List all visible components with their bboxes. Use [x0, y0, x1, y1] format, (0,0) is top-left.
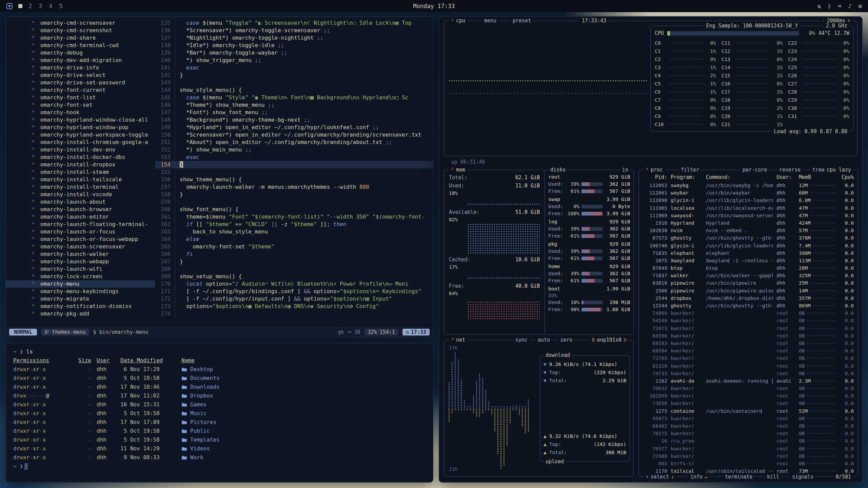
process-row[interactable]: 72073kworker/root0B0.0: [639, 325, 858, 332]
sidebar-item[interactable]: *omarchy-debug: [6, 49, 155, 57]
process-row[interactable]: 74869kworker/root0B0.0: [639, 309, 858, 317]
code-line[interactable]: 146 *Theme*) show_theme_menu ;;: [155, 101, 433, 109]
sidebar-item[interactable]: *omarchy-launch-wifi: [6, 265, 155, 273]
code-line[interactable]: 135 case $(menu "Toggle" "◐ Screensaver\…: [155, 19, 433, 27]
process-row[interactable]: 81310kworker/root0B0.0: [639, 362, 858, 370]
sidebar-item[interactable]: *omarchy-install-tailscale: [6, 176, 155, 183]
process-row[interactable]: 2075XwaylandXwayland :1 -rootless -dhh11…: [639, 257, 858, 264]
sidebar-item[interactable]: *omarchy-hyprland-workspace-toggle: [6, 131, 155, 139]
net-auto-button[interactable]: auto: [536, 337, 552, 343]
process-row[interactable]: 1275containe/usr/bin/containerdroot52M0.…: [639, 407, 858, 415]
sidebar-item[interactable]: *omarchy-font-list: [6, 94, 155, 101]
code-line[interactable]: 155: [155, 168, 433, 176]
process-row[interactable]: 87573ghostty/usr/bin/ghostty --gtk-dhh37…: [639, 234, 858, 242]
workspace-2[interactable]: 2: [28, 3, 33, 9]
select-control[interactable]: ↑select↓: [644, 473, 676, 480]
sidebar-item[interactable]: *omarchy-lock-screen: [6, 273, 155, 280]
sidebar-item[interactable]: *omarchy-hyprland-window-pop: [6, 124, 155, 131]
cpu-box-title[interactable]: ¹cpu: [449, 17, 467, 24]
sidebar-item[interactable]: *omarchy-cmd-share: [6, 34, 155, 42]
bluetooth-icon[interactable]: ᛒ: [828, 3, 831, 9]
process-row[interactable]: 87649btopbtopdhh26M0.0: [639, 264, 858, 272]
signals-control[interactable]: signals: [790, 473, 815, 480]
process-row[interactable]: 71837walker/usr/bin/walker --gappldhh325…: [639, 272, 858, 279]
sidebar-item[interactable]: *omarchy-hook: [6, 109, 155, 116]
sidebar-item[interactable]: *omarchy-cmd-screensaver: [6, 19, 155, 27]
code-line[interactable]: 144show_style_menu() {: [155, 86, 433, 94]
code-line[interactable]: 136 *Screensaver*) omarchy-toggle-screen…: [155, 27, 433, 34]
process-row[interactable]: 68584kworker/root0B0.0: [639, 347, 858, 354]
sidebar-item[interactable]: *omarchy-hyprland-window-close-all: [6, 116, 155, 124]
process-row[interactable]: 12244ghostty/usr/bin/ghostty --gtk-dhh86…: [639, 302, 858, 309]
sidebar-item[interactable]: *omarchy-pkg-add: [6, 310, 155, 318]
code-line[interactable]: 148 *Background*) omarchy-theme-bg-next …: [155, 116, 433, 124]
workspace-5[interactable]: 5: [59, 3, 63, 9]
sidebar-item[interactable]: *omarchy-launch-browser: [6, 206, 155, 213]
process-row[interactable]: 72088kworker/root0B0.0: [639, 452, 858, 460]
process-row[interactable]: 16rcu_preeroot0B0.0: [639, 437, 858, 445]
sidebar-item[interactable]: *omarchy-drive-set-password: [6, 79, 155, 86]
sidebar-item[interactable]: *omarchy-cmd-screenshot: [6, 27, 155, 34]
sidebar-item[interactable]: *omarchy-cmd-terminal-cwd: [6, 42, 155, 49]
process-row[interactable]: 68583kworker/root0B0.0: [639, 340, 858, 347]
code-line[interactable]: 143: [155, 79, 433, 86]
process-row[interactable]: 102638nvimnvim --embed .dhh57M0.0: [639, 227, 858, 234]
code-line[interactable]: 167}: [155, 258, 433, 265]
process-row[interactable]: 2506pipewire/usr/bin/pipewire-pulsedhh14…: [639, 287, 858, 294]
io-mode-button[interactable]: io: [620, 166, 630, 173]
settings-icon[interactable]: ⚙: [859, 3, 862, 9]
code-line[interactable]: 142}: [155, 72, 433, 79]
process-row[interactable]: 112061waybar/usr/bin/waybardhh68M0.0: [639, 189, 858, 197]
process-row[interactable]: 1162avahi-daavahi-daemon: running [avahi…: [639, 377, 858, 385]
terminate-control[interactable]: terminate: [723, 473, 754, 480]
process-row[interactable]: 68402kworker/root0B0.0: [639, 422, 858, 430]
sidebar-item[interactable]: *omarchy-font-current: [6, 86, 155, 94]
sidebar-item[interactable]: *omarchy-install-dev-env: [6, 146, 155, 154]
code-line[interactable]: 159: [155, 198, 433, 206]
process-row[interactable]: 803btrfs-trroot0B0.0: [639, 460, 858, 467]
reverse-button[interactable]: reverse: [777, 166, 803, 173]
code-line[interactable]: 169show_setup_menu() {: [155, 273, 433, 280]
code-line[interactable]: 170 local options="♪ Audio\n◠ Wifi\nᛒ Bl…: [155, 280, 433, 288]
preset-button[interactable]: preset: [511, 17, 533, 24]
code-line[interactable]: 163 back_to show_style_menu: [155, 228, 433, 236]
process-row[interactable]: 76577kworker/root0B0.0: [639, 445, 858, 452]
kill-control[interactable]: kill: [765, 473, 781, 480]
code-line[interactable]: 152 *) show_main_menu ;;: [155, 146, 433, 154]
sidebar-item[interactable]: *omarchy-install-dropbox: [6, 161, 155, 168]
network-arrows-icon[interactable]: ⇅: [817, 3, 821, 9]
process-row[interactable]: 106746glycin-i/usr/lib/glycin-loadersdhh…: [639, 242, 858, 249]
sidebar-item[interactable]: *omarchy-menu-keybindings: [6, 288, 155, 295]
sidebar-item[interactable]: *omarchy-drive-select: [6, 72, 155, 79]
code-line[interactable]: 150 *Screensaver*) open_in_editor ~/.con…: [155, 131, 433, 139]
sidebar-item[interactable]: *omarchy-menu: [6, 280, 155, 288]
workspace-4[interactable]: 4: [48, 3, 53, 9]
code-line[interactable]: 160show_font_menu() {: [155, 206, 433, 213]
workspace-1-active[interactable]: [18, 4, 22, 8]
net-interface[interactable]: benp191s0n: [590, 337, 629, 343]
process-row[interactable]: 112090glycin-i/usr/lib/glycin-loadersdhh…: [639, 197, 858, 204]
sidebar-item[interactable]: *omarchy-migrate: [6, 295, 155, 303]
sidebar-item[interactable]: *omarchy-launch-or-focus: [6, 228, 155, 236]
code-line[interactable]: 173 options="$options\n▣ Defaults\n◍ DNS…: [155, 303, 433, 310]
code-line[interactable]: 174: [155, 310, 433, 318]
mem-box-title[interactable]: ²mem: [449, 166, 467, 173]
code-line[interactable]: 154}: [155, 161, 433, 168]
proc-box-title[interactable]: ⁴proc: [644, 166, 665, 173]
new-prompt-line[interactable]: ~ ❯: [13, 462, 426, 471]
code-line[interactable]: 149 *Hyprland*) open_in_editor ~/.config…: [155, 124, 433, 131]
sidebar-item[interactable]: *omarchy-launch-screensaver: [6, 243, 155, 250]
sidebar-item[interactable]: *omarchy-font-set: [6, 101, 155, 109]
process-row[interactable]: 76575kworker/root0B0.0: [639, 430, 858, 437]
process-row[interactable]: 94540kworker/root0B0.0: [639, 317, 858, 324]
code-line[interactable]: 157 omarchy-launch-walker -m menus:omarc…: [155, 183, 433, 191]
net-sync-button[interactable]: sync: [513, 337, 530, 343]
code-line[interactable]: 168: [155, 265, 433, 273]
net-box-title[interactable]: ³net: [449, 337, 467, 343]
code-line[interactable]: 172 [ -f ~/.config/hypr/input.conf ] && …: [155, 295, 433, 303]
code-line[interactable]: 137 *Nightlight*) omarchy-toggle-nightli…: [155, 34, 433, 42]
process-row[interactable]: 1916HyprlandHyprlanddhh424M0.0: [639, 219, 858, 227]
sidebar-item[interactable]: *omarchy-install-terminal: [6, 183, 155, 191]
code-line[interactable]: 162 if [[ "$theme" == "CNCLD" || -z "$th…: [155, 221, 433, 228]
net-zero-button[interactable]: zero: [558, 337, 574, 343]
